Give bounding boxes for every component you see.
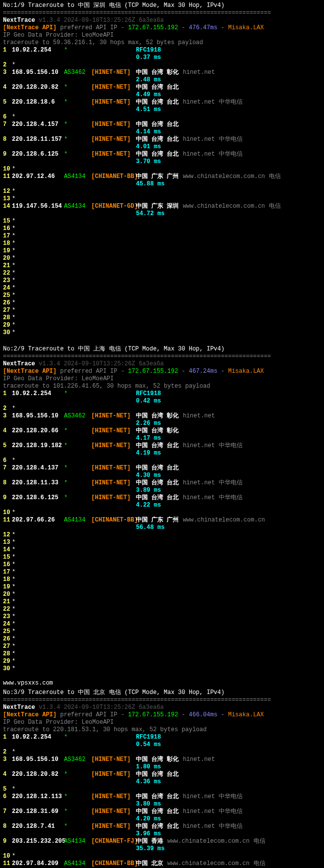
hop-geo: 中国 台湾 台北 <box>136 823 179 830</box>
hop-row: 30* <box>3 329 321 337</box>
hop-dns: www.chinatelecom.com.cn <box>179 203 265 210</box>
hop-row: 22* <box>3 270 321 277</box>
hop-star: * <box>12 255 15 262</box>
hop-row: 8220.128.7.41*[HINET-NET]中国 台湾 台北hinet.n… <box>3 823 321 830</box>
watermark: www.vpsxxs.com <box>0 680 324 687</box>
hop-time: 3.89 ms <box>3 487 321 494</box>
hop-net: [HINET-NET] <box>91 823 136 830</box>
hop-net <box>91 734 136 741</box>
nexttrace-label: NextTrace <box>3 360 35 367</box>
hop-asn: AS4134 <box>64 838 91 845</box>
hop-isp: 中华电信 <box>215 442 243 450</box>
rfc-label: RFC1918 <box>136 734 161 741</box>
hop-row: 10* <box>3 853 321 860</box>
hop-row: 19* <box>3 583 321 591</box>
hop-star: * <box>12 546 15 554</box>
hop-row: 28* <box>3 650 321 658</box>
hop-dns: hinet.net <box>179 136 215 143</box>
hop-star: * <box>12 509 15 517</box>
api-rtt: - 476.47ms - <box>178 24 228 31</box>
hop-row: 9220.128.6.125*[HINET-NET]中国 台湾 台北hinet.… <box>3 494 321 502</box>
header-line: NextTrace v1.3.4 2024-09-10T13:25:26Z 6a… <box>3 704 321 711</box>
hop-num: 12 <box>3 531 12 539</box>
hop-geo: 中国 台湾 台北 <box>136 99 179 106</box>
hop-row: 5* <box>3 786 321 793</box>
hop-net: [HINET-NET] <box>91 771 136 778</box>
hop-star: * <box>12 569 15 576</box>
hop-num: 4 <box>3 771 12 778</box>
geo-provider: IP Geo Data Provider: LeoMoeAPI <box>3 375 321 383</box>
hop-geo: 中国 台湾 台北 <box>136 464 179 472</box>
hop-row: 27* <box>3 643 321 650</box>
hop-asn: AS3462 <box>64 756 91 763</box>
hop-geo: 中国 台湾 台北 <box>136 808 179 815</box>
hop-num: 9 <box>3 494 12 502</box>
api-ip: 172.67.155.192 <box>128 24 178 31</box>
hop-star: * <box>12 665 15 673</box>
hop-row: 110.92.2.254*RFC1918 <box>3 47 321 54</box>
api-rtt: - 466.04ms - <box>178 711 228 718</box>
hop-geo: 中国 台湾 台北 <box>136 479 179 487</box>
hop-star: * <box>12 114 15 121</box>
hop-num: 6 <box>3 114 12 121</box>
hop-star: * <box>12 650 15 658</box>
rfc-label: RFC1918 <box>136 390 161 398</box>
hop-row: 25* <box>3 628 321 636</box>
hop-isp: 电信 <box>250 860 265 868</box>
hop-num: 30 <box>3 329 12 337</box>
hop-num: 14 <box>3 546 12 554</box>
api-rtt: - 467.24ms - <box>178 368 228 375</box>
hop-geo: 中国 台湾 台北 <box>136 771 179 778</box>
hop-net: [HINET-NET] <box>91 84 136 91</box>
hop-num: 29 <box>3 658 12 665</box>
hop-row: 16* <box>3 225 321 232</box>
hop-geo: 中国 台湾 台北 <box>136 151 179 158</box>
hop-num: 25 <box>3 628 12 636</box>
hop-dns: hinet.net <box>179 69 215 76</box>
traceroute-block: No:1/9 Traceroute to 中国 深圳 电信 (TCP Mode,… <box>0 0 324 344</box>
hop-row: 16* <box>3 561 321 569</box>
hop-star: * <box>12 583 15 591</box>
separator: ========================================… <box>3 353 321 360</box>
hop-ip: 202.97.66.26 <box>12 517 64 524</box>
hop-row: 7220.128.4.157*[HINET-NET]中国 台湾 台北 <box>3 121 321 128</box>
hop-star: * <box>12 232 15 240</box>
hop-row: 3168.95.156.10AS3462[HINET-NET]中国 台湾 彰化h… <box>3 756 321 763</box>
hop-star: * <box>12 240 15 247</box>
hop-isp: 中华电信 <box>215 136 243 143</box>
hop-net: [HINET-NET] <box>91 479 136 487</box>
hop-num: 10 <box>3 853 12 860</box>
hop-isp: 中华电信 <box>215 151 243 158</box>
hop-num: 1 <box>3 390 12 398</box>
hop-asn: * <box>64 136 91 143</box>
hop-asn: * <box>64 442 91 450</box>
hop-star: * <box>12 643 15 650</box>
hop-row: 8220.128.11.33*[HINET-NET]中国 台湾 台北hinet.… <box>3 479 321 487</box>
api-label: [NextTrace API] <box>3 368 57 375</box>
traceroute-line: traceroute to 101.226.41.65, 30 hops max… <box>3 383 321 390</box>
hop-star: * <box>12 225 15 232</box>
hop-row: 24* <box>3 621 321 628</box>
hop-time: 54.72 ms <box>3 210 321 218</box>
hop-row: 10* <box>3 509 321 517</box>
hop-num: 15 <box>3 218 12 225</box>
hop-star: * <box>12 270 15 277</box>
hop-row: 4220.128.20.66*[HINET-NET]中国 台湾 彰化 <box>3 427 321 435</box>
hop-time: 4.17 ms <box>3 435 321 442</box>
hop-ip: 168.95.156.10 <box>12 412 64 420</box>
hop-star: * <box>12 636 15 643</box>
hop-row: 14* <box>3 546 321 554</box>
hop-net: [HINET-NET] <box>91 136 136 143</box>
hop-isp: 中华电信 <box>215 479 243 487</box>
hop-num: 16 <box>3 225 12 232</box>
hop-star: * <box>12 322 15 329</box>
hop-row: 4220.128.20.82*[HINET-NET]中国 台湾 台北 <box>3 84 321 91</box>
api-ip: 172.67.155.192 <box>128 368 178 375</box>
hop-row: 21* <box>3 598 321 606</box>
hop-star: * <box>12 285 15 292</box>
hop-row: 110.92.2.254*RFC1918 <box>3 390 321 398</box>
hop-ip: 203.215.232.205 <box>12 838 64 845</box>
hop-net: [HINET-NET] <box>91 427 136 435</box>
hop-ip: 168.95.156.10 <box>12 69 64 76</box>
hop-num: 18 <box>3 576 12 583</box>
